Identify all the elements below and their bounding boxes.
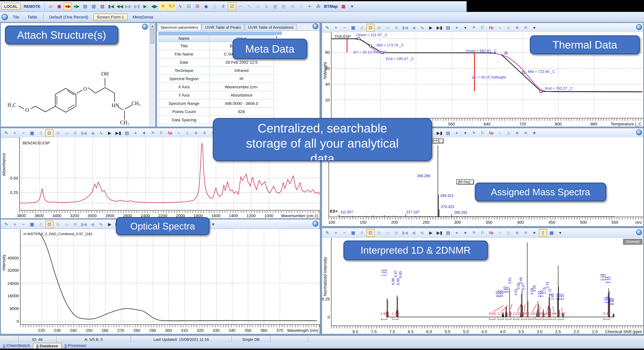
table-button[interactable]: Table bbox=[24, 14, 40, 20]
spectrum-toolbar-icon[interactable]: ⊡ bbox=[366, 229, 374, 237]
toolbar-icon[interactable]: ▮◀ bbox=[107, 3, 115, 10]
spectrum-toolbar-icon[interactable]: ⊖ bbox=[54, 129, 62, 137]
spectrum-toolbar-icon[interactable]: ◀ bbox=[410, 24, 418, 31]
spectrum-toolbar-icon[interactable]: − bbox=[340, 229, 349, 237]
step-marker[interactable] bbox=[358, 38, 360, 40]
toolbar-icon[interactable]: ∷ bbox=[297, 3, 305, 10]
remote-button[interactable]: REMOTE bbox=[21, 3, 43, 9]
spectrum-toolbar-icon[interactable]: № bbox=[487, 24, 495, 31]
spectrum-toolbar-icon[interactable]: ▶▮ bbox=[435, 129, 444, 137]
spectrum-toolbar-icon[interactable]: ◀ bbox=[88, 129, 96, 137]
spectrum-toolbar-icon[interactable]: ✳ bbox=[522, 24, 530, 31]
table-row[interactable]: TechniqueInfrared bbox=[159, 66, 274, 75]
spectrum-toolbar-icon[interactable]: ⚑ bbox=[470, 129, 478, 137]
spectrum-toolbar-icon[interactable]: ▭ bbox=[384, 229, 392, 237]
step-marker[interactable] bbox=[505, 52, 507, 54]
toolbar-icon[interactable]: ∆ bbox=[262, 3, 271, 10]
spectrum-toolbar-icon[interactable]: ⊕ bbox=[392, 229, 400, 237]
spectrum-toolbar-icon[interactable]: ☝ bbox=[36, 129, 45, 137]
step-marker[interactable] bbox=[522, 71, 525, 74]
spectrum-toolbar-icon[interactable]: ⚐ bbox=[478, 129, 487, 137]
toolbar-icon[interactable]: ▤ bbox=[81, 3, 89, 10]
spectrum-toolbar-icon[interactable]: ▾ bbox=[530, 229, 538, 237]
col-header-name[interactable]: Name bbox=[159, 35, 209, 42]
table-row[interactable]: Spectral RegionIR bbox=[159, 75, 274, 83]
spectrum-toolbar-icon[interactable]: ∆ bbox=[504, 24, 512, 31]
tga-annotation[interactable]: End = 762.27 _C bbox=[545, 86, 573, 90]
spectrum-toolbar-icon[interactable]: ⚑ bbox=[470, 229, 478, 237]
spectrum-toolbar-icon[interactable]: ∿ bbox=[496, 24, 504, 31]
tab-uvir-peaks[interactable]: UVIR Table of Peaks bbox=[202, 24, 244, 31]
toolbar-icon[interactable]: ⌖ bbox=[306, 3, 314, 10]
spectrum-toolbar-icon[interactable]: ⌖ bbox=[452, 129, 461, 137]
globe-icon[interactable] bbox=[312, 24, 318, 29]
toolbar-icon[interactable]: ▧ bbox=[98, 3, 106, 10]
tga-annotation[interactable]: Onset = 682.81 _C bbox=[466, 49, 496, 53]
spectrum-toolbar-icon[interactable]: ⊕ bbox=[71, 129, 79, 137]
spectrum-toolbar-icon[interactable]: ⌖ bbox=[452, 24, 461, 31]
spectrum-toolbar-icon[interactable]: ▤ bbox=[444, 24, 452, 31]
spectrum-toolbar-icon[interactable]: ◀ bbox=[410, 229, 418, 237]
spectrum-toolbar-icon[interactable]: ▶ bbox=[427, 24, 435, 31]
scroll-up-icon[interactable]: ▲ bbox=[150, 24, 155, 29]
spectrum-toolbar-icon[interactable]: ⊡ bbox=[45, 220, 54, 228]
spectrum-toolbar-icon[interactable]: ∿ bbox=[418, 24, 426, 31]
table-row[interactable]: Date28 Feb 2002 12:5 bbox=[159, 58, 274, 66]
spectrum-toolbar-icon[interactable]: ⊕ bbox=[71, 220, 79, 228]
spectrum-toolbar-icon[interactable]: ✳ bbox=[522, 129, 530, 137]
spectrum-toolbar-icon[interactable]: ✎ bbox=[2, 129, 10, 137]
form-metasense[interactable]: MetaSense bbox=[129, 14, 156, 20]
toolbar-icon[interactable]: ▶▶ bbox=[124, 3, 132, 10]
tab-database[interactable]: 2-Database bbox=[33, 343, 62, 348]
toolbar-icon[interactable]: ▭ bbox=[254, 3, 262, 10]
spectrum-toolbar-icon[interactable]: № bbox=[166, 129, 174, 137]
spectrum-toolbar-icon[interactable]: ▮◀ bbox=[401, 229, 409, 237]
step-marker[interactable] bbox=[369, 45, 372, 48]
spectrum-toolbar-icon[interactable]: ▤ bbox=[444, 229, 452, 237]
spectrum-toolbar-icon[interactable]: − bbox=[340, 24, 349, 31]
spectrum-toolbar-icon[interactable]: ∿ bbox=[496, 129, 504, 137]
tab-spectrum-parameters[interactable]: Spectrum parameters bbox=[157, 24, 202, 31]
spectrum-toolbar-icon[interactable]: ▶ bbox=[106, 129, 114, 137]
spectrum-toolbar-icon[interactable]: ⌖ bbox=[452, 229, 461, 237]
spectrum-toolbar-icon[interactable]: ▦ bbox=[28, 129, 36, 137]
spectrum-toolbar-icon[interactable]: − bbox=[19, 220, 28, 228]
tab-chemsketch[interactable]: 1-ChemSketch bbox=[0, 343, 33, 348]
spectrum-toolbar-icon[interactable]: ▾ bbox=[556, 229, 564, 237]
spectrum-toolbar-icon[interactable]: ✳ bbox=[200, 129, 208, 137]
toolbar-icon[interactable]: # bbox=[219, 3, 228, 10]
spectrum-toolbar-icon[interactable]: ▶ bbox=[427, 229, 435, 237]
spectrum-toolbar-icon[interactable]: ∫ bbox=[539, 229, 547, 237]
spectrum-toolbar-icon[interactable]: ▾ bbox=[209, 220, 217, 228]
spectrum-toolbar-icon[interactable]: ▦ bbox=[349, 24, 357, 31]
toolbar-icon[interactable]: ▦ bbox=[271, 3, 279, 10]
globe-icon[interactable] bbox=[2, 14, 8, 20]
toolbar-icon[interactable]: ▥ bbox=[90, 3, 98, 10]
spectrum-toolbar-icon[interactable]: ▦ bbox=[548, 229, 556, 237]
spectrum-toolbar-icon[interactable]: + bbox=[332, 24, 340, 31]
spectrum-toolbar-icon[interactable]: ▾ bbox=[461, 24, 470, 31]
spectrum-toolbar-icon[interactable]: ⊖ bbox=[375, 229, 383, 237]
spectrum-toolbar-icon[interactable]: ▾ bbox=[530, 129, 538, 137]
spectrum-toolbar-icon[interactable]: ☝ bbox=[358, 24, 366, 31]
toolbar-icon[interactable]: ▶▮ bbox=[133, 3, 141, 10]
local-button[interactable]: LOCAL bbox=[1, 3, 20, 10]
toolbar-icon[interactable]: ▾ bbox=[348, 3, 356, 10]
spectrum-toolbar-icon[interactable]: ≡ bbox=[513, 129, 521, 137]
toolbar-icon[interactable]: ✂ bbox=[236, 3, 245, 10]
toolbar-icon[interactable]: ●▶ bbox=[72, 3, 81, 10]
globe-icon[interactable] bbox=[636, 229, 642, 235]
spectrum-toolbar-icon[interactable]: ▮◀ bbox=[401, 24, 409, 31]
spectrum-toolbar-icon[interactable]: ⚑ bbox=[470, 24, 478, 31]
spectrum-toolbar-icon[interactable]: ∆ bbox=[504, 229, 512, 237]
tga-annotation[interactable]: End = 195.47 _C bbox=[386, 57, 414, 61]
spectrum-toolbar-icon[interactable]: ▾ bbox=[140, 129, 148, 137]
table-row[interactable]: Points Count828 bbox=[159, 108, 274, 116]
spectrum-toolbar-icon[interactable]: ▶▮ bbox=[114, 129, 122, 137]
spectrum-toolbar-icon[interactable]: ▾ bbox=[461, 129, 470, 137]
uv-plot[interactable]: H-INSTR1-A_2_DAD_Combined_0-97_1161 bbox=[20, 229, 320, 325]
scroll-thumb[interactable] bbox=[150, 29, 154, 44]
scrollbar[interactable]: ▲ bbox=[150, 24, 155, 126]
spectrum-toolbar-icon[interactable]: ▭ bbox=[62, 129, 71, 137]
spectrum-toolbar-icon[interactable]: ▶▮ bbox=[435, 229, 444, 237]
